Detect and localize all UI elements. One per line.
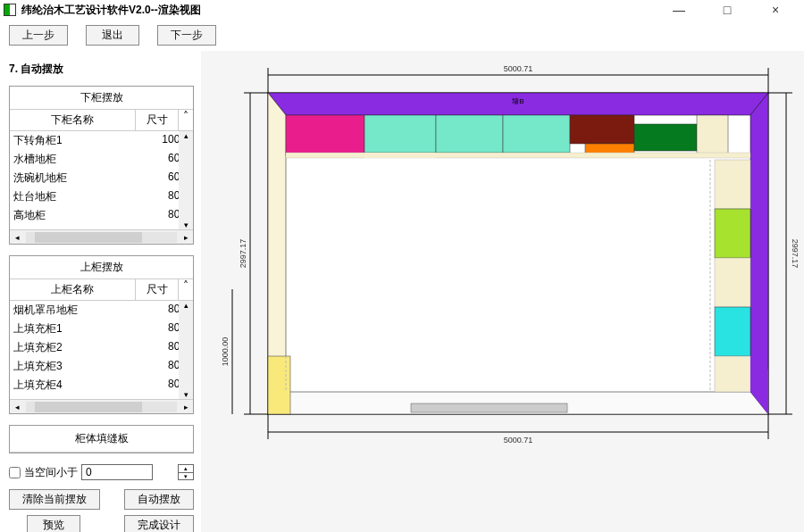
svg-text:2997.17: 2997.17 (791, 239, 800, 269)
toolbar: 上一步 退出 下一步 (0, 20, 804, 51)
lower-col-name: 下柜名称 (10, 110, 136, 130)
upper-panel: 上柜摆放 上柜名称 尺寸 ˄ 烟机罩吊地柜800上填充柜1800上填充柜2800… (9, 255, 194, 414)
table-row[interactable]: 灶台地柜800 (10, 187, 193, 206)
preview-button[interactable]: 预览 (27, 515, 80, 532)
table-row[interactable]: 烟机罩吊地柜800 (10, 301, 193, 320)
svg-text:5000.71: 5000.71 (504, 64, 533, 73)
space-spinner[interactable]: ▴▾ (178, 464, 194, 480)
svg-rect-19 (715, 307, 750, 356)
maximize-button[interactable]: □ (711, 3, 743, 17)
cell-name: 下转角柜1 (13, 133, 147, 148)
svg-rect-20 (715, 356, 750, 392)
cell-name: 高地柜 (13, 208, 147, 223)
table-row[interactable]: 上填充柜4800 (10, 376, 193, 395)
fill-panel: 柜体填缝板 (9, 425, 194, 453)
window-title: 纬纶治木工艺设计软件V2.0--渲染视图 (21, 3, 663, 18)
table-row[interactable]: 上填充柜2800 (10, 338, 193, 357)
svg-rect-17 (715, 209, 750, 258)
svg-rect-10 (570, 115, 634, 144)
cell-name: 上填充柜2 (13, 340, 147, 355)
space-checkbox[interactable] (9, 467, 21, 478)
svg-rect-14 (286, 153, 750, 158)
scrollbar-vertical[interactable]: ▴▾ (179, 301, 193, 399)
lower-panel: 下柜摆放 下柜名称 尺寸 ˄ 下转角柜11000水槽地柜600洗碗机地柜600灶… (9, 86, 194, 245)
cell-name: 上填充柜3 (13, 359, 147, 374)
scroll-up-icon[interactable]: ˄ (179, 279, 193, 300)
close-button[interactable]: × (759, 3, 791, 17)
scrollbar-horizontal[interactable]: ◂ ▸ (10, 229, 193, 244)
upper-col-size: 尺寸 (136, 279, 179, 300)
cell-name: 灶台地柜 (13, 189, 147, 204)
svg-text:2997.17: 2997.17 (239, 239, 247, 269)
svg-rect-6 (286, 115, 364, 155)
prev-button[interactable]: 上一步 (9, 25, 68, 46)
svg-text:1000.00: 1000.00 (221, 337, 230, 367)
titlebar: 纬纶治木工艺设计软件V2.0--渲染视图 — □ × (0, 0, 804, 20)
cell-name: 水槽地柜 (13, 152, 147, 167)
svg-rect-18 (715, 258, 750, 307)
clear-button[interactable]: 清除当前摆放 (9, 489, 100, 510)
app-icon (4, 4, 16, 16)
next-button[interactable]: 下一步 (157, 25, 216, 46)
table-row[interactable]: 下转角柜11000 (10, 131, 193, 150)
table-row[interactable]: 上填充柜3800 (10, 357, 193, 376)
space-label: 当空间小于 (24, 465, 78, 480)
scroll-up-icon[interactable]: ˄ (179, 110, 193, 130)
render-canvas[interactable]: 墙B 5000.71 5000.71 2997.17 1000.00 2997.… (201, 51, 804, 532)
table-row[interactable]: 上填充柜1800 (10, 320, 193, 338)
scrollbar-vertical[interactable]: ▴▾ (179, 131, 193, 229)
minimize-button[interactable]: — (663, 3, 695, 17)
finish-button[interactable]: 完成设计 (124, 515, 194, 532)
upper-col-name: 上柜名称 (10, 279, 136, 300)
table-row[interactable]: 洗碗机地柜600 (10, 169, 193, 187)
svg-rect-13 (697, 115, 728, 155)
cell-name: 上填充柜4 (13, 378, 147, 393)
upper-title: 上柜摆放 (10, 256, 193, 279)
svg-rect-9 (503, 115, 570, 153)
svg-text:5000.71: 5000.71 (504, 436, 533, 445)
svg-rect-8 (436, 115, 503, 153)
svg-rect-22 (268, 356, 290, 414)
cell-name: 烟机罩吊地柜 (13, 303, 147, 318)
table-row[interactable]: 水槽地柜600 (10, 150, 193, 169)
cell-name: 洗碗机地柜 (13, 170, 147, 186)
svg-rect-15 (364, 153, 436, 158)
svg-rect-12 (634, 124, 697, 151)
wall-label: 墙B (511, 97, 523, 105)
fill-title: 柜体填缝板 (10, 426, 193, 453)
auto-button[interactable]: 自动摆放 (124, 489, 194, 510)
cell-name: 上填充柜1 (13, 321, 147, 337)
svg-rect-16 (715, 160, 750, 209)
lower-title: 下柜摆放 (10, 87, 193, 110)
lower-col-size: 尺寸 (136, 110, 179, 130)
scrollbar-horizontal[interactable]: ◂ ▸ (10, 399, 193, 413)
step-label: 7. 自动摆放 (9, 62, 194, 77)
space-input[interactable]: 0 (81, 464, 153, 480)
table-row[interactable]: 高地柜800 (10, 206, 193, 225)
exit-button[interactable]: 退出 (86, 25, 139, 46)
sidebar: 7. 自动摆放 下柜摆放 下柜名称 尺寸 ˄ 下转角柜11000水槽地柜600洗… (0, 51, 201, 532)
svg-rect-5 (411, 403, 567, 412)
svg-rect-7 (364, 115, 436, 153)
